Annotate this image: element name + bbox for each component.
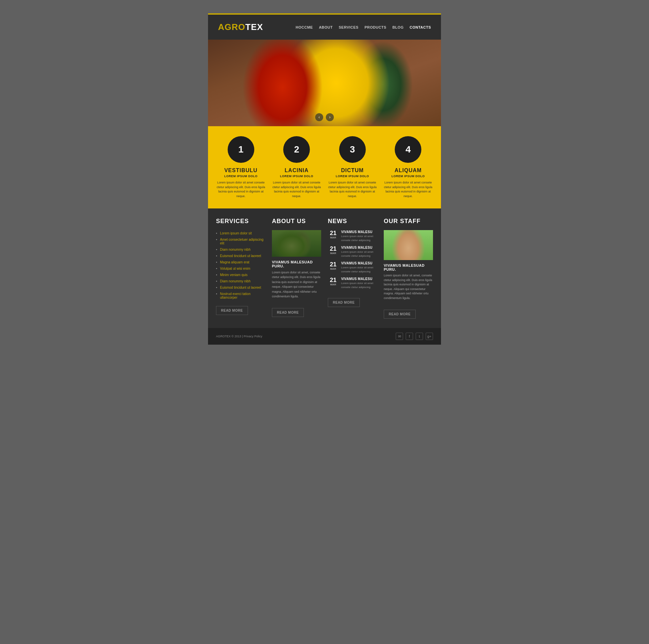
news-date-num-3: 21	[328, 277, 339, 283]
feature-circle-4: 4	[395, 136, 421, 163]
feature-circle-2: 2	[283, 136, 310, 163]
service-link-8[interactable]: Euismod tincidunt ut laoreet	[220, 286, 261, 289]
news-text-3: Lorem ipsum dolor sit amet consete ctetu…	[341, 281, 377, 289]
news-text-2: Lorem ipsum dolor sit amet consete ctetu…	[341, 266, 377, 274]
feature-item-3: 3 DICTUM LOREM IPSUM DOLO Lorem ipsum do…	[326, 136, 379, 198]
staff-desc: Lorem ipsum dolor sit amet, consete ctet…	[384, 273, 433, 300]
feature-circle-1: 1	[228, 136, 254, 163]
about-column: ABOUT US VIVAMUS MALESUAD PURU. Lorem ip…	[272, 218, 321, 319]
services-read-more-button[interactable]: READ MORE	[216, 306, 248, 315]
feature-title-4: ALIQUAM	[394, 167, 422, 173]
staff-title: OUR STAFF	[384, 218, 433, 225]
service-link-0[interactable]: Lorem ipsum dolor sit	[220, 232, 252, 235]
facebook-icon[interactable]: f	[406, 333, 413, 340]
content-section: SERVICES Lorem ipsum dolor sit Amet cons…	[208, 208, 441, 328]
staff-image-inner	[384, 230, 433, 260]
nav-products[interactable]: PRODUCTS	[364, 25, 386, 29]
news-read-more-button[interactable]: READ MORE	[328, 298, 360, 307]
feature-subtitle-3: LOREM IPSUM DOLO	[336, 174, 369, 178]
feature-desc-2: Lorem ipsum dolor sit amet consete ctetu…	[270, 180, 323, 198]
services-column: SERVICES Lorem ipsum dolor sit Amet cons…	[216, 218, 265, 319]
feature-subtitle-2: LOREM IPSUM DOLO	[280, 174, 313, 178]
privacy-link[interactable]: Privacy Policy	[244, 335, 262, 338]
nav-services[interactable]: SERVICES	[339, 25, 358, 29]
copyright-text: AGROTEX © 2013 |	[216, 335, 243, 338]
feature-title-2: LACINIA	[285, 167, 308, 173]
list-item: Euismod tincidunt ut laoreet	[216, 284, 265, 291]
feature-item-1: 1 VESTIBULU LOREM IPSUM DOLO Lorem ipsum…	[215, 136, 267, 198]
service-link-9[interactable]: Nostrud exerci tation ullamcorper	[220, 292, 251, 299]
news-item-0: 21 MAR VIVAMUS MALESU Lorem ipsum dolor …	[328, 230, 377, 242]
list-item: Diam nonummy nibh	[216, 246, 265, 253]
nav-blog[interactable]: BLOG	[392, 25, 404, 29]
news-headline-1: VIVAMUS MALESU	[341, 246, 377, 249]
news-content-2: VIVAMUS MALESU Lorem ipsum dolor sit ame…	[341, 261, 377, 274]
news-text-1: Lorem ipsum dolor sit amet consete ctetu…	[341, 250, 377, 258]
nav-hoccme[interactable]: HOCCME	[296, 25, 313, 29]
news-date-num-0: 21	[328, 230, 339, 236]
list-item: Amet consectetuer adipiscing elit	[216, 236, 265, 246]
list-item: Euismod tincidunt ut laoreet	[216, 253, 265, 259]
slider-prev-button[interactable]: ‹	[315, 113, 323, 121]
service-link-3[interactable]: Euismod tincidunt ut laoreet	[220, 254, 261, 258]
footer-social-icons: ✉ f t g+	[396, 333, 433, 340]
feature-desc-1: Lorem ipsum dolor sit amet consete ctetu…	[215, 180, 267, 198]
about-read-more-button[interactable]: READ MORE	[272, 308, 304, 317]
list-item: Diam nonummy nibh	[216, 278, 265, 284]
googleplus-icon[interactable]: g+	[426, 333, 433, 340]
slider-controls: ‹ ›	[315, 113, 334, 121]
feature-item-2: 2 LACINIA LOREM IPSUM DOLO Lorem ipsum d…	[270, 136, 323, 198]
staff-column: OUR STAFF VIVAMUS MALESUAD PURU. Lorem i…	[384, 218, 433, 319]
news-date-1: 21 MAR	[328, 246, 339, 258]
about-desc: Lorem ipsum dolor sit amet, consete ctet…	[272, 270, 321, 299]
service-link-6[interactable]: Minim veniam quis	[220, 273, 248, 277]
news-date-2: 21 MAR	[328, 261, 339, 274]
logo-agro: AGRO	[218, 22, 245, 32]
news-content-3: VIVAMUS MALESU Lorem ipsum dolor sit ame…	[341, 277, 377, 289]
site-wrapper: AGROTEX HOCCME ABOUT SERVICES PRODUCTS B…	[208, 13, 441, 345]
staff-image	[384, 230, 433, 260]
service-link-2[interactable]: Diam nonummy nibh	[220, 248, 251, 251]
list-item: Magna aliquam erat	[216, 259, 265, 266]
news-date-num-1: 21	[328, 246, 339, 252]
about-image	[272, 230, 321, 257]
footer-copyright: AGROTEX © 2013 | Privacy Policy	[216, 335, 262, 338]
service-link-1[interactable]: Amet consectetuer adipiscing elit	[220, 238, 264, 245]
about-image-inner	[272, 230, 321, 257]
news-date-month-3: MAR	[328, 283, 339, 286]
news-content-1: VIVAMUS MALESU Lorem ipsum dolor sit ame…	[341, 246, 377, 258]
feature-subtitle-4: LOREM IPSUM DOLO	[391, 174, 425, 178]
about-title: ABOUT US	[272, 218, 321, 225]
news-date-month-2: MAR	[328, 268, 339, 270]
news-title: NEWS	[328, 218, 377, 225]
service-link-4[interactable]: Magna aliquam erat	[220, 260, 249, 264]
news-date-month-1: MAR	[328, 252, 339, 255]
news-headline-3: VIVAMUS MALESU	[341, 277, 377, 281]
news-headline-0: VIVAMUS MALESU	[341, 230, 377, 234]
logo-tex: TEX	[245, 22, 263, 32]
news-date-num-2: 21	[328, 261, 339, 268]
about-name: VIVAMUS MALESUAD PURU.	[272, 260, 321, 268]
list-item: Volutpat ut wisi enim	[216, 266, 265, 272]
feature-item-4: 4 ALIQUAM LOREM IPSUM DOLO Lorem ipsum d…	[382, 136, 435, 198]
twitter-icon[interactable]: t	[416, 333, 423, 340]
list-item: Lorem ipsum dolor sit	[216, 230, 265, 236]
service-link-7[interactable]: Diam nonummy nibh	[220, 279, 251, 283]
news-item-1: 21 MAR VIVAMUS MALESU Lorem ipsum dolor …	[328, 246, 377, 258]
staff-read-more-button[interactable]: READ MORE	[384, 310, 416, 319]
email-icon[interactable]: ✉	[396, 333, 403, 340]
services-title: SERVICES	[216, 218, 265, 225]
service-link-5[interactable]: Volutpat ut wisi enim	[220, 267, 250, 270]
feature-title-1: VESTIBULU	[224, 167, 258, 173]
feature-circle-3: 3	[339, 136, 366, 163]
staff-name: VIVAMUS MALESUAD PURU.	[384, 264, 433, 271]
footer: AGROTEX © 2013 | Privacy Policy ✉ f t g+	[208, 328, 441, 345]
slider-next-button[interactable]: ›	[326, 113, 334, 121]
nav-about[interactable]: ABOUT	[319, 25, 333, 29]
feature-subtitle-1: LOREM IPSUM DOLO	[224, 174, 258, 178]
news-column: NEWS 21 MAR VIVAMUS MALESU Lorem ipsum d…	[328, 218, 377, 319]
news-headline-2: VIVAMUS MALESU	[341, 261, 377, 265]
news-date-month-0: MAR	[328, 236, 339, 239]
nav-contacts[interactable]: CONTACTS	[410, 25, 431, 29]
hero-slider: ‹ ›	[208, 40, 441, 126]
